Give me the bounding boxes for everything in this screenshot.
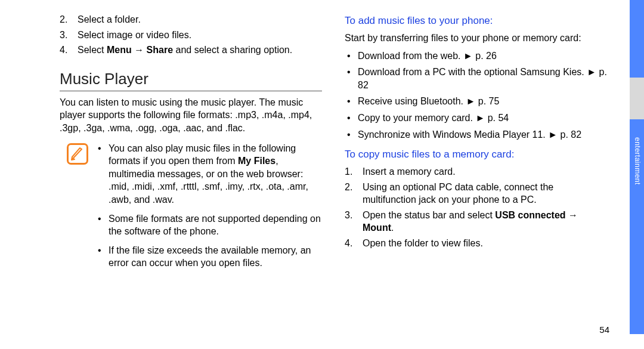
bullet-4: Copy to your memory card. ► p. 54	[345, 112, 607, 125]
section-heading-music-player: Music Player	[60, 69, 322, 91]
step-3: 3.Select image or video files.	[60, 29, 322, 42]
subhead-copy-music: To copy music files to a memory card:	[345, 148, 607, 162]
note-block: You can also play music files in the fol…	[67, 142, 322, 276]
page-content: 2.Select a folder. 3.Select image or vid…	[0, 0, 644, 276]
step-2: 2.Select a folder.	[60, 13, 322, 26]
note-item-2: Some file formats are not supported depe…	[95, 212, 322, 238]
note-item-1: You can also play music files in the fol…	[95, 142, 322, 206]
add-music-bullets: Download from the web. ► p. 26 Download …	[345, 50, 607, 141]
copy-step-4: 4.Open the folder to view files.	[345, 237, 607, 250]
note-list: You can also play music files in the fol…	[95, 142, 322, 276]
copy-step-1: 1.Insert a memory card.	[345, 165, 607, 178]
bullet-5: Synchronize with Windows Media Player 11…	[345, 128, 607, 141]
left-column: 2.Select a folder. 3.Select image or vid…	[60, 13, 322, 276]
copy-step-3: 3.Open the status bar and select USB con…	[345, 209, 607, 234]
note-icon	[67, 143, 88, 165]
subhead-add-music: To add music files to your phone:	[345, 14, 607, 28]
step-4: 4.Select Menu → Share and select a shari…	[60, 44, 322, 57]
continued-steps: 2.Select a folder. 3.Select image or vid…	[60, 13, 322, 57]
music-player-intro: You can listen to music using the music …	[60, 96, 322, 135]
right-column: To add music files to your phone: Start …	[345, 13, 607, 276]
copy-step-2: 2.Using an optional PC data cable, conne…	[345, 181, 607, 206]
add-music-intro: Start by transferring files to your phon…	[345, 32, 607, 45]
side-tab-inactive	[630, 78, 644, 119]
page-number: 54	[599, 324, 609, 336]
bullet-3: Receive using Bluetooth. ► p. 75	[345, 95, 607, 108]
bullet-1: Download from the web. ► p. 26	[345, 50, 607, 63]
note-item-3: If the file size exceeds the available m…	[95, 244, 322, 270]
side-tab-label: entertainment	[631, 137, 642, 185]
copy-music-steps: 1.Insert a memory card. 2.Using an optio…	[345, 165, 607, 250]
bullet-2: Download from a PC with the optional Sam…	[345, 66, 607, 91]
